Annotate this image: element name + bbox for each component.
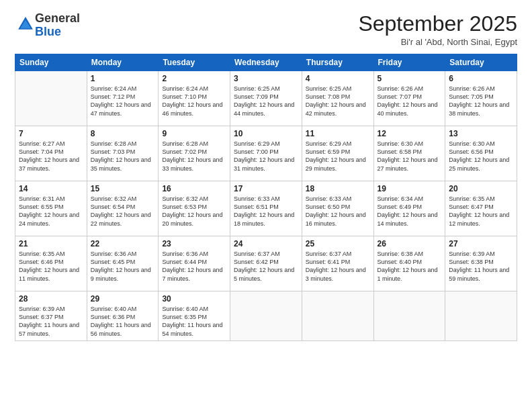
calendar-table: Sunday Monday Tuesday Wednesday Thursday…: [15, 54, 517, 341]
calendar-page: General Blue September 2025 Bi'r al 'Abd…: [0, 0, 532, 411]
day-info: Sunrise: 6:35 AM Sunset: 6:46 PM Dayligh…: [19, 250, 83, 283]
day-number: 4: [306, 74, 370, 83]
table-cell: 16Sunrise: 6:32 AM Sunset: 6:53 PM Dayli…: [159, 181, 230, 236]
day-info: Sunrise: 6:26 AM Sunset: 7:05 PM Dayligh…: [449, 85, 513, 118]
table-cell: [445, 291, 517, 341]
day-info: Sunrise: 6:25 AM Sunset: 7:09 PM Dayligh…: [234, 85, 298, 118]
col-wednesday: Wednesday: [230, 54, 302, 71]
table-cell: 23Sunrise: 6:36 AM Sunset: 6:44 PM Dayli…: [159, 236, 230, 291]
table-row: 7Sunrise: 6:27 AM Sunset: 7:04 PM Daylig…: [15, 126, 517, 181]
day-number: 17: [234, 184, 298, 193]
day-info: Sunrise: 6:27 AM Sunset: 7:04 PM Dayligh…: [19, 140, 83, 173]
day-number: 26: [378, 239, 442, 248]
table-cell: 6Sunrise: 6:26 AM Sunset: 7:05 PM Daylig…: [445, 71, 517, 126]
day-info: Sunrise: 6:39 AM Sunset: 6:38 PM Dayligh…: [449, 250, 513, 283]
logo: General Blue: [15, 12, 80, 39]
col-saturday: Saturday: [445, 54, 517, 71]
table-cell: 28Sunrise: 6:39 AM Sunset: 6:37 PM Dayli…: [15, 291, 87, 341]
day-number: 11: [306, 129, 370, 138]
table-cell: 29Sunrise: 6:40 AM Sunset: 6:36 PM Dayli…: [87, 291, 159, 341]
table-cell: 4Sunrise: 6:25 AM Sunset: 7:08 PM Daylig…: [302, 71, 373, 126]
day-info: Sunrise: 6:31 AM Sunset: 6:55 PM Dayligh…: [19, 195, 83, 228]
day-number: 7: [19, 129, 83, 138]
day-number: 9: [162, 129, 226, 138]
header: General Blue September 2025 Bi'r al 'Abd…: [15, 12, 517, 47]
table-cell: 15Sunrise: 6:32 AM Sunset: 6:54 PM Dayli…: [87, 181, 159, 236]
day-number: 20: [449, 184, 513, 193]
day-number: 25: [306, 239, 370, 248]
col-sunday: Sunday: [15, 54, 87, 71]
table-cell: 12Sunrise: 6:30 AM Sunset: 6:58 PM Dayli…: [373, 126, 445, 181]
day-number: 23: [162, 239, 226, 248]
table-cell: 24Sunrise: 6:37 AM Sunset: 6:42 PM Dayli…: [230, 236, 302, 291]
day-info: Sunrise: 6:29 AM Sunset: 6:59 PM Dayligh…: [306, 140, 370, 173]
day-number: 18: [306, 184, 370, 193]
day-info: Sunrise: 6:29 AM Sunset: 7:00 PM Dayligh…: [234, 140, 298, 173]
table-cell: 25Sunrise: 6:37 AM Sunset: 6:41 PM Dayli…: [302, 236, 373, 291]
day-number: 12: [378, 129, 442, 138]
table-cell: [373, 291, 445, 341]
table-cell: 2Sunrise: 6:24 AM Sunset: 7:10 PM Daylig…: [159, 71, 230, 126]
logo-blue-text: Blue: [35, 25, 61, 38]
day-number: 22: [91, 239, 155, 248]
day-number: 8: [91, 129, 155, 138]
day-info: Sunrise: 6:35 AM Sunset: 6:47 PM Dayligh…: [449, 195, 513, 228]
day-number: 14: [19, 184, 83, 193]
day-info: Sunrise: 6:30 AM Sunset: 6:56 PM Dayligh…: [449, 140, 513, 173]
logo-general-text: General: [35, 11, 80, 25]
day-info: Sunrise: 6:37 AM Sunset: 6:42 PM Dayligh…: [234, 250, 298, 283]
day-number: 3: [234, 74, 298, 83]
day-number: 30: [162, 294, 226, 304]
day-info: Sunrise: 6:36 AM Sunset: 6:45 PM Dayligh…: [91, 250, 155, 283]
day-number: 29: [91, 294, 155, 304]
table-cell: 20Sunrise: 6:35 AM Sunset: 6:47 PM Dayli…: [445, 181, 517, 236]
day-number: 27: [449, 239, 513, 248]
logo-icon: [16, 15, 35, 34]
table-row: 1Sunrise: 6:24 AM Sunset: 7:12 PM Daylig…: [15, 71, 517, 126]
table-cell: 18Sunrise: 6:33 AM Sunset: 6:50 PM Dayli…: [302, 181, 373, 236]
table-cell: 22Sunrise: 6:36 AM Sunset: 6:45 PM Dayli…: [87, 236, 159, 291]
day-number: 15: [91, 184, 155, 193]
table-row: 14Sunrise: 6:31 AM Sunset: 6:55 PM Dayli…: [15, 181, 517, 236]
day-info: Sunrise: 6:26 AM Sunset: 7:07 PM Dayligh…: [378, 85, 442, 118]
day-info: Sunrise: 6:32 AM Sunset: 6:53 PM Dayligh…: [162, 195, 226, 228]
table-cell: 26Sunrise: 6:38 AM Sunset: 6:40 PM Dayli…: [373, 236, 445, 291]
day-number: 1: [91, 74, 155, 83]
col-tuesday: Tuesday: [159, 54, 230, 71]
day-number: 28: [19, 294, 83, 304]
table-cell: 19Sunrise: 6:34 AM Sunset: 6:49 PM Dayli…: [373, 181, 445, 236]
day-number: 6: [449, 74, 513, 83]
col-monday: Monday: [87, 54, 159, 71]
table-row: 21Sunrise: 6:35 AM Sunset: 6:46 PM Dayli…: [15, 236, 517, 291]
day-number: 10: [234, 129, 298, 138]
table-cell: 11Sunrise: 6:29 AM Sunset: 6:59 PM Dayli…: [302, 126, 373, 181]
day-number: 2: [162, 74, 226, 83]
day-info: Sunrise: 6:37 AM Sunset: 6:41 PM Dayligh…: [306, 250, 370, 283]
day-info: Sunrise: 6:40 AM Sunset: 6:36 PM Dayligh…: [91, 305, 155, 338]
day-info: Sunrise: 6:34 AM Sunset: 6:49 PM Dayligh…: [378, 195, 442, 228]
day-info: Sunrise: 6:24 AM Sunset: 7:12 PM Dayligh…: [91, 85, 155, 118]
day-number: 19: [378, 184, 442, 193]
table-cell: 3Sunrise: 6:25 AM Sunset: 7:09 PM Daylig…: [230, 71, 302, 126]
location: Bi'r al 'Abd, North Sinai, Egypt: [358, 37, 517, 47]
table-cell: 13Sunrise: 6:30 AM Sunset: 6:56 PM Dayli…: [445, 126, 517, 181]
table-cell: 5Sunrise: 6:26 AM Sunset: 7:07 PM Daylig…: [373, 71, 445, 126]
day-info: Sunrise: 6:40 AM Sunset: 6:35 PM Dayligh…: [162, 305, 226, 338]
header-row: Sunday Monday Tuesday Wednesday Thursday…: [15, 54, 517, 71]
day-number: 5: [378, 74, 442, 83]
day-info: Sunrise: 6:39 AM Sunset: 6:37 PM Dayligh…: [19, 305, 83, 338]
table-cell: 1Sunrise: 6:24 AM Sunset: 7:12 PM Daylig…: [87, 71, 159, 126]
month-title: September 2025: [358, 12, 517, 36]
day-number: 16: [162, 184, 226, 193]
table-cell: [302, 291, 373, 341]
table-cell: 8Sunrise: 6:28 AM Sunset: 7:03 PM Daylig…: [87, 126, 159, 181]
day-info: Sunrise: 6:38 AM Sunset: 6:40 PM Dayligh…: [378, 250, 442, 283]
table-row: 28Sunrise: 6:39 AM Sunset: 6:37 PM Dayli…: [15, 291, 517, 341]
col-thursday: Thursday: [302, 54, 373, 71]
title-block: September 2025 Bi'r al 'Abd, North Sinai…: [358, 12, 517, 47]
table-cell: 14Sunrise: 6:31 AM Sunset: 6:55 PM Dayli…: [15, 181, 87, 236]
table-cell: 27Sunrise: 6:39 AM Sunset: 6:38 PM Dayli…: [445, 236, 517, 291]
day-number: 21: [19, 239, 83, 248]
table-cell: 9Sunrise: 6:28 AM Sunset: 7:02 PM Daylig…: [159, 126, 230, 181]
table-cell: 10Sunrise: 6:29 AM Sunset: 7:00 PM Dayli…: [230, 126, 302, 181]
